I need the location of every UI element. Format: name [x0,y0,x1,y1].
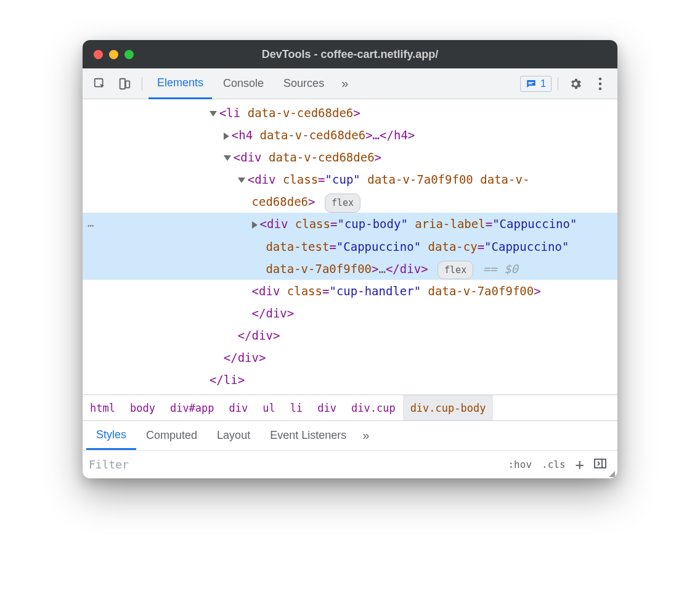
dom-node[interactable]: <li data-v-ced68de6> [83,102,617,124]
dom-node[interactable]: </li> [83,369,617,391]
toolbar-divider [142,77,142,91]
main-toolbar: Elements Console Sources » 1 [83,68,617,99]
devtools-window: DevTools - coffee-cart.netlify.app/ Elem… [83,40,617,478]
dom-node[interactable]: </div> [83,302,617,324]
styles-tabs: Styles Computed Layout Event Listeners » [83,420,617,450]
dom-node[interactable]: <div class="cup-handler" data-v-7a0f9f00… [83,280,617,302]
crumb-html[interactable]: html [83,395,123,420]
more-menu-icon[interactable] [589,73,611,95]
expand-caret-icon[interactable] [238,178,245,183]
expand-caret-icon[interactable] [224,133,229,140]
dom-node-selected-cont[interactable]: data-v-7a0f9f00>…</div> flex == $0 [83,258,617,280]
svg-point-6 [599,82,602,85]
tab-console[interactable]: Console [214,68,272,99]
expand-caret-icon[interactable] [224,155,231,161]
svg-rect-3 [529,82,534,83]
svg-rect-2 [126,81,129,88]
crumb-app[interactable]: div#app [163,395,222,420]
zoom-window-button[interactable] [124,50,134,59]
dom-tree[interactable]: <li data-v-ced68de6> <h4 data-v-ced68de6… [83,99,617,394]
dom-node[interactable]: </div> [83,324,617,346]
message-icon [526,78,537,89]
device-toolbar-icon[interactable] [113,73,136,95]
titlebar: DevTools - coffee-cart.netlify.app/ [83,40,617,68]
breadcrumb-bar: html body div#app div ul li div div.cup … [83,394,617,420]
crumb-div-cup[interactable]: div.cup [344,395,403,420]
settings-icon[interactable] [564,73,587,95]
dom-node[interactable]: <div class="cup" data-v-7a0f9f00 data-v- [83,168,617,190]
tab-sources[interactable]: Sources [275,68,333,99]
svg-point-5 [599,77,602,80]
resize-handle-icon[interactable] [609,471,615,477]
dom-node[interactable]: <div data-v-ced68de6> [83,146,617,168]
dom-node-cont[interactable]: ced68de6> flex [83,190,617,213]
crumb-div-cup-body[interactable]: div.cup-body [403,395,494,420]
dom-node[interactable]: <h4 data-v-ced68de6>…</h4> [83,124,617,146]
add-rule-icon[interactable]: + [571,456,589,473]
svg-point-7 [599,87,602,90]
tab-layout[interactable]: Layout [207,421,260,450]
issues-badge[interactable]: 1 [520,76,551,92]
crumb-body[interactable]: body [123,395,163,420]
more-styles-tabs-button[interactable]: » [356,428,375,443]
dom-node-selected-cont[interactable]: data-test="Cappuccino" data-cy="Cappucci… [83,235,617,258]
toolbar-divider [558,77,558,91]
svg-rect-8 [595,459,606,468]
tab-styles[interactable]: Styles [86,421,136,450]
cls-toggle[interactable]: .cls [537,459,571,470]
window-controls [94,50,134,59]
crumb-li[interactable]: li [283,395,310,420]
styles-filter-input[interactable] [89,458,503,471]
tab-elements[interactable]: Elements [149,68,212,99]
tab-event-listeners[interactable]: Event Listeners [260,421,356,450]
hov-toggle[interactable]: :hov [503,459,537,470]
more-tabs-button[interactable]: » [335,76,354,91]
minimize-window-button[interactable] [109,50,118,59]
issues-count: 1 [540,78,546,89]
toggle-sidebar-icon[interactable] [589,459,611,471]
flex-badge[interactable]: flex [325,194,360,213]
inspect-element-icon[interactable] [89,73,111,95]
svg-rect-1 [120,78,125,89]
dom-node[interactable]: </div> [83,346,617,369]
expand-caret-icon[interactable] [252,221,258,229]
svg-rect-4 [529,83,532,84]
expand-caret-icon[interactable] [210,111,217,116]
console-ref: == $0 [483,262,518,276]
window-title: DevTools - coffee-cart.netlify.app/ [83,48,617,61]
crumb-div[interactable]: div [222,395,256,420]
crumb-div2[interactable]: div [310,395,344,420]
flex-badge[interactable]: flex [437,261,473,280]
close-window-button[interactable] [94,50,103,59]
crumb-ul[interactable]: ul [255,395,282,420]
tab-computed[interactable]: Computed [136,421,207,450]
ellipsis-icon[interactable]: ⋯ [88,215,94,236]
styles-filter-bar: :hov .cls + [83,450,617,478]
dom-node-selected[interactable]: ⋯ <div class="cup-body" aria-label="Capp… [83,213,617,235]
